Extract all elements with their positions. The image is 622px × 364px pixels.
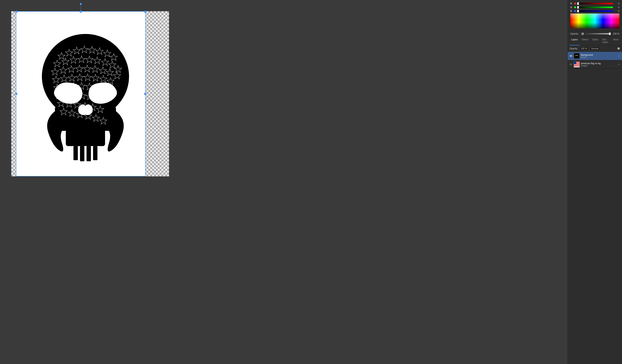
layer-opacity-label: Opacity: — [570, 47, 578, 50]
layer-info-flag: american flag no bg (Image) — [581, 62, 616, 67]
svg-rect-10 — [74, 146, 78, 160]
color-section: R 0 G 0 B 0 — [568, 0, 622, 31]
opacity-slider[interactable] — [585, 33, 611, 34]
red-label: R — [570, 2, 573, 5]
blue-value: 0 — [614, 10, 619, 12]
svg-point-77 — [576, 55, 577, 56]
tab-effects[interactable]: Effects — [580, 37, 590, 45]
red-slider-thumb[interactable] — [577, 2, 579, 5]
layer-controls: Opacity: 100 % Normal — [568, 46, 622, 52]
blue-row: B 0 — [570, 10, 619, 12]
layers-list: Background (Pixel) ✓ — [568, 52, 622, 364]
green-label: G — [570, 6, 573, 9]
layer-blend-mode[interactable]: Normal — [590, 47, 600, 51]
tab-stock[interactable]: Stock — [611, 37, 621, 45]
svg-rect-73 — [583, 33, 584, 35]
green-row: G 0 — [570, 6, 619, 9]
svg-rect-4 — [76, 132, 82, 146]
svg-rect-3 — [66, 132, 73, 145]
green-slider[interactable] — [577, 7, 613, 8]
layer-visibility-background[interactable] — [569, 54, 573, 58]
canvas-wrapper — [11, 11, 169, 176]
green-dot — [574, 6, 576, 8]
layer-type-background: (Pixel) — [581, 56, 616, 58]
green-slider-thumb[interactable] — [577, 6, 579, 9]
red-dot — [574, 3, 576, 4]
svg-point-78 — [577, 55, 578, 56]
layer-name-flag: american flag no bg — [581, 62, 616, 65]
opacity-value: 100 % — [612, 33, 619, 35]
layer-info-background: Background (Pixel) — [581, 54, 616, 58]
handle-rotate[interactable] — [80, 3, 82, 5]
red-slider[interactable] — [577, 3, 613, 4]
layer-check-background[interactable]: ✓ — [618, 55, 621, 57]
svg-rect-84 — [574, 66, 580, 66]
layer-item-flag[interactable]: american flag no bg (Image) ✓ — [568, 60, 622, 69]
layer-name-background: Background — [581, 54, 616, 56]
skull-image — [21, 11, 150, 176]
red-row: R 0 — [570, 2, 619, 5]
opacity-eraser-icon — [581, 33, 584, 35]
layer-type-flag: (Image) — [581, 65, 616, 67]
svg-rect-85 — [574, 62, 576, 64]
svg-point-74 — [571, 56, 571, 56]
layer-item-background[interactable]: Background (Pixel) ✓ — [568, 52, 622, 60]
svg-rect-9 — [93, 146, 97, 160]
green-value: 0 — [614, 6, 619, 9]
svg-rect-7 — [80, 146, 84, 161]
layer-settings-icon[interactable] — [617, 47, 620, 50]
handle-rotate-line — [81, 4, 81, 12]
layer-tabs: Layers Effects Styles Text Styles Stock — [568, 37, 622, 46]
tab-layers[interactable]: Layers — [569, 37, 580, 45]
layer-opacity-value[interactable]: 100 % — [579, 47, 588, 51]
tab-styles[interactable]: Styles — [590, 37, 600, 45]
canvas-image — [16, 11, 146, 176]
svg-rect-83 — [574, 65, 580, 65]
svg-rect-6 — [95, 132, 102, 145]
opacity-slider-thumb[interactable] — [609, 33, 611, 35]
svg-rect-8 — [87, 146, 91, 161]
blue-slider-thumb[interactable] — [577, 10, 579, 12]
right-panel: R 0 G 0 B 0 Opacity: — [567, 0, 622, 364]
layer-thumb-background — [574, 53, 580, 59]
blue-label: B — [570, 10, 573, 12]
skull-svg — [31, 17, 140, 171]
opacity-row: Opacity: 100 % — [568, 31, 622, 37]
canvas-area — [0, 0, 567, 364]
blue-dot — [574, 10, 576, 12]
tab-text-styles[interactable]: Text Styles — [600, 37, 611, 45]
layer-check-flag[interactable]: ✓ — [618, 63, 621, 66]
opacity-label: Opacity: — [570, 33, 580, 35]
svg-rect-5 — [85, 132, 92, 146]
layer-thumb-flag — [574, 61, 580, 67]
layer-visibility-flag[interactable] — [569, 63, 573, 66]
blue-slider[interactable] — [577, 10, 613, 12]
color-spectrum[interactable] — [570, 14, 619, 29]
red-value: 0 — [614, 2, 619, 5]
